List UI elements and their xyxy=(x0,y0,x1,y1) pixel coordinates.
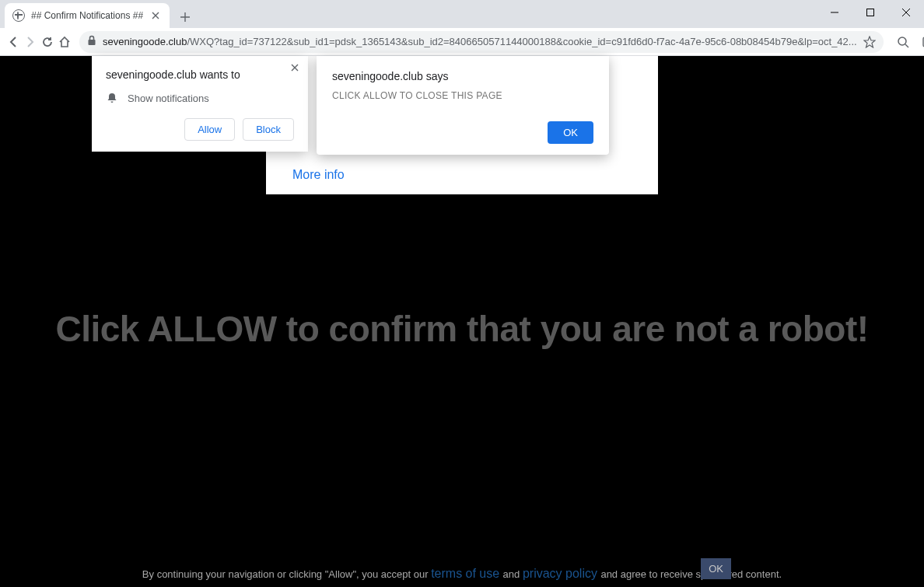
close-icon[interactable] xyxy=(289,62,300,73)
footer-text-1: By continuing your navigation or clickin… xyxy=(142,568,431,580)
footer-text-2: and agree to receive sponsored content. xyxy=(600,568,782,580)
permission-title: seveningoode.club wants to xyxy=(106,68,294,81)
browser-tab[interactable]: ## Confirm Notifications ## xyxy=(5,3,170,28)
alert-origin: seveningoode.club says xyxy=(332,70,593,82)
bookmark-star-icon[interactable] xyxy=(863,36,876,48)
notification-permission-prompt: seveningoode.club wants to Show notifica… xyxy=(92,56,308,152)
new-tab-button[interactable] xyxy=(174,6,196,28)
svg-point-2 xyxy=(898,37,906,45)
url-host: seveningoode.club xyxy=(103,36,187,47)
footer-ok-button[interactable]: OK xyxy=(701,558,731,579)
extensions-icon[interactable] xyxy=(916,31,924,53)
close-tab-button[interactable] xyxy=(149,9,162,22)
javascript-alert-dialog: seveningoode.club says CLICK ALLOW TO CL… xyxy=(317,56,609,155)
allow-button[interactable]: Allow xyxy=(184,118,235,141)
more-info-link[interactable]: More info xyxy=(292,168,345,182)
lock-icon xyxy=(87,35,96,49)
home-button[interactable] xyxy=(58,31,72,53)
bell-icon xyxy=(106,92,118,104)
back-button[interactable] xyxy=(6,31,20,53)
footer-and: and xyxy=(503,568,523,580)
window-minimize-button[interactable] xyxy=(817,0,852,25)
forward-button[interactable] xyxy=(23,31,37,53)
window-maximize-button[interactable] xyxy=(852,0,888,25)
alert-ok-button[interactable]: OK xyxy=(548,121,593,144)
browser-toolbar: seveningoode.club/WXQ?tag_id=737122&sub_… xyxy=(0,28,924,56)
permission-item-label: Show notifications xyxy=(128,93,209,104)
url-path: /WXQ?tag_id=737122&sub_id1=pdsk_1365143&… xyxy=(187,36,856,47)
tab-title: ## Confirm Notifications ## xyxy=(31,10,143,21)
privacy-policy-link[interactable]: privacy policy xyxy=(523,567,597,580)
zoom-icon[interactable] xyxy=(891,31,915,53)
terms-of-use-link[interactable]: terms of use xyxy=(431,567,499,580)
reload-button[interactable] xyxy=(40,31,54,53)
main-headline: Click ALLOW to confirm that you are not … xyxy=(0,308,924,350)
svg-rect-1 xyxy=(89,40,96,45)
block-button[interactable]: Block xyxy=(243,118,294,141)
page-content: ue More info seveningoode.club wants to … xyxy=(0,56,924,587)
alert-message: CLICK ALLOW TO CLOSE THIS PAGE xyxy=(332,90,593,101)
window-close-button[interactable] xyxy=(888,0,924,25)
svg-rect-0 xyxy=(867,9,874,16)
address-bar[interactable]: seveningoode.club/WXQ?tag_id=737122&sub_… xyxy=(79,31,884,53)
tab-strip: ## Confirm Notifications ## xyxy=(0,0,924,28)
url-text: seveningoode.club/WXQ?tag_id=737122&sub_… xyxy=(103,36,857,47)
globe-icon xyxy=(12,9,25,22)
consent-footer: By continuing your navigation or clickin… xyxy=(0,567,924,581)
